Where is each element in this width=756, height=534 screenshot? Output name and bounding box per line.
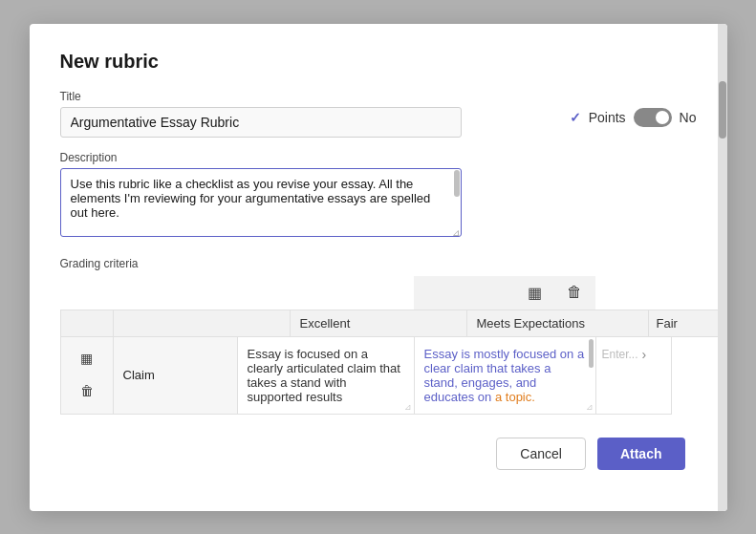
excellent-cell[interactable]: Essay is focused on a clearly articulate…: [237, 337, 414, 415]
scrollbar-thumb[interactable]: [719, 81, 726, 139]
column-icons-row: ▦ 🗑: [414, 276, 595, 310]
row-delete-icon[interactable]: 🗑: [76, 379, 97, 402]
header-blank-name: [113, 310, 290, 337]
delete-icon-button[interactable]: 🗑: [563, 280, 586, 306]
fair-cell[interactable]: Enter... ›: [595, 337, 672, 415]
bottom-buttons: Cancel Attach: [60, 438, 697, 470]
grading-label: Grading criteria: [60, 257, 697, 270]
meets-cell[interactable]: Essay is mostly focused on a clear claim…: [414, 337, 595, 415]
header-fair: Fair: [648, 310, 724, 337]
meets-resize[interactable]: ⊿: [586, 402, 594, 412]
grading-section: Grading criteria ▦ 🗑 Excellent Meets Exp…: [60, 257, 697, 415]
criteria-name: Claim: [113, 337, 237, 415]
description-section: Description ⊿: [60, 151, 697, 240]
points-checkmark: ✓: [570, 110, 581, 125]
copy-icon-button[interactable]: ▦: [524, 280, 546, 306]
cancel-button[interactable]: Cancel: [496, 438, 586, 470]
points-row: ✓ Points No: [570, 108, 697, 127]
description-textarea[interactable]: [60, 168, 462, 237]
fair-inner: Enter... ›: [602, 347, 647, 362]
description-label: Description: [60, 151, 697, 164]
meets-text: Essay is mostly focused on a clear claim…: [424, 347, 585, 404]
header-excellent: Excellent: [290, 310, 466, 337]
table-headers: Excellent Meets Expectations Fair: [60, 310, 697, 337]
row-copy-icon[interactable]: ▦: [76, 347, 97, 370]
title-label: Title: [60, 90, 697, 103]
excellent-resize[interactable]: ⊿: [404, 402, 412, 412]
points-label: Points: [589, 110, 626, 125]
header-meets: Meets Expectations: [466, 310, 648, 337]
description-wrapper: ⊿: [60, 168, 462, 240]
fair-placeholder: Enter...: [602, 348, 638, 361]
row-icon-cell: ▦ 🗑: [60, 337, 113, 415]
chevron-right-icon: ›: [642, 347, 647, 362]
excellent-text: Essay is focused on a clearly articulate…: [248, 347, 400, 404]
resize-handle[interactable]: ⊿: [452, 227, 460, 238]
points-toggle[interactable]: [634, 108, 672, 127]
table-row: ▦ 🗑 Claim Essay is focused on a clearly …: [60, 337, 697, 415]
attach-button[interactable]: Attach: [597, 438, 685, 470]
description-scrollbar[interactable]: [454, 170, 460, 197]
blank-header: [60, 310, 113, 337]
new-rubric-dialog: New rubric ✓ Points No Title Description…: [30, 24, 727, 511]
meets-scrollbar[interactable]: [589, 339, 594, 368]
dialog-title: New rubric: [60, 51, 697, 73]
title-input[interactable]: [60, 107, 462, 138]
no-label: No: [680, 110, 697, 125]
